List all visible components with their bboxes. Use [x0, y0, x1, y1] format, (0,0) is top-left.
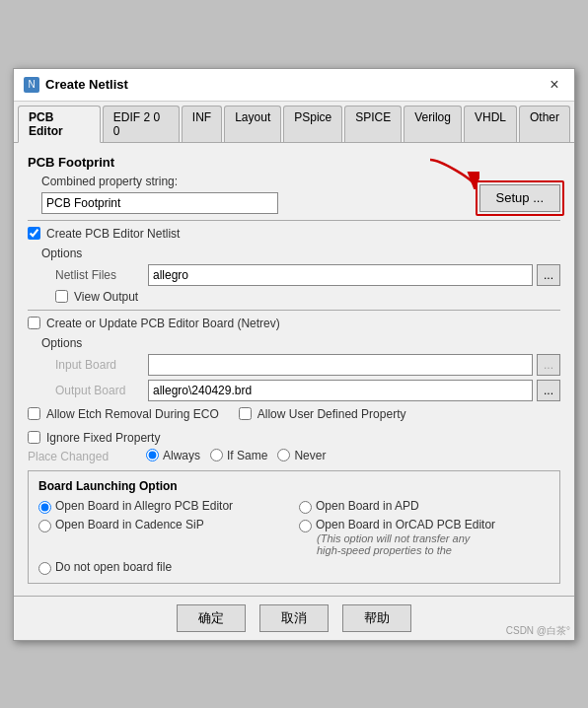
- combined-label: Combined property string:: [41, 175, 178, 188]
- create-netlist-checkbox[interactable]: [28, 227, 40, 240]
- tab-verilog[interactable]: Verilog: [404, 106, 462, 142]
- place-changed-never[interactable]: [277, 449, 290, 461]
- cancel-button[interactable]: 取消: [259, 604, 329, 632]
- tab-pcb-editor[interactable]: PCB Editor: [18, 106, 101, 143]
- board-launch-apd-label: Open Board in APD: [316, 499, 419, 513]
- place-changed-ifsame[interactable]: [210, 449, 223, 461]
- allow-etch-checkbox[interactable]: [28, 407, 40, 420]
- bottom-bar: 确定 取消 帮助: [14, 596, 574, 640]
- output-board-browse[interactable]: ...: [537, 380, 560, 401]
- board-launch-apd[interactable]: [299, 501, 312, 514]
- output-board-label: Output Board: [55, 384, 144, 397]
- orcad-note: (This option will not transfer anyhigh-s…: [299, 532, 550, 556]
- board-launch-orcad-label: Open Board in OrCAD PCB Editor: [316, 518, 495, 531]
- netlist-options: Options Netlist Files ... View Output: [28, 247, 560, 304]
- content-area: PCB Footprint Combined property string:: [14, 143, 574, 596]
- input-board-label: Input Board: [55, 358, 144, 372]
- tab-vhdl[interactable]: VHDL: [464, 106, 517, 142]
- board-launching-title: Board Launching Option: [38, 479, 550, 493]
- place-changed-always-label: Always: [163, 449, 200, 462]
- tab-pspice[interactable]: PSpice: [283, 106, 342, 142]
- board-launch-orcad[interactable]: [299, 520, 312, 532]
- dialog-title: Create Netlist: [45, 77, 128, 92]
- tab-bar: PCB Editor EDIF 2 0 0 INF Layout PSpice …: [14, 102, 574, 143]
- create-update-label: Create or Update PCB Editor Board (Netre…: [46, 317, 280, 330]
- place-changed-always[interactable]: [146, 449, 159, 461]
- tab-layout[interactable]: Layout: [224, 106, 281, 142]
- ignore-fixed-label: Ignore Fixed Property: [46, 431, 160, 445]
- netlist-files-browse[interactable]: ...: [537, 264, 560, 286]
- combined-property-input[interactable]: [41, 192, 278, 214]
- input-board-input[interactable]: [148, 354, 533, 376]
- options2-title: Options: [41, 336, 560, 350]
- tab-inf[interactable]: INF: [182, 106, 222, 142]
- view-output-label: View Output: [74, 290, 138, 304]
- title-bar: N Create Netlist ×: [14, 69, 574, 102]
- watermark: CSDN @白茶°: [506, 624, 570, 638]
- board-launch-allegro-label: Open Board in Allegro PCB Editor: [55, 499, 233, 513]
- arrow-indicator: [425, 155, 479, 189]
- pcb-footprint-title: PCB Footprint: [28, 155, 278, 170]
- board-launch-none[interactable]: [38, 562, 51, 575]
- board-launch-none-label: Do not open board file: [55, 560, 172, 574]
- output-board-input[interactable]: [148, 380, 533, 401]
- tab-other[interactable]: Other: [519, 106, 570, 142]
- setup-button[interactable]: Setup ...: [479, 184, 560, 212]
- board-launching-section: Board Launching Option Open Board in All…: [28, 470, 560, 584]
- board-launch-cadence-label: Open Board in Cadence SiP: [55, 518, 204, 531]
- options-title: Options: [41, 247, 560, 260]
- dialog-icon: N: [24, 77, 39, 93]
- view-output-checkbox[interactable]: [55, 290, 68, 303]
- tab-edif[interactable]: EDIF 2 0 0: [103, 106, 180, 142]
- close-button[interactable]: ×: [545, 75, 564, 95]
- input-board-browse[interactable]: ...: [537, 354, 560, 376]
- allow-user-label: Allow User Defined Property: [257, 407, 406, 421]
- board-launch-allegro[interactable]: [38, 501, 51, 514]
- dialog: N Create Netlist × PCB Editor EDIF 2 0 0…: [13, 68, 575, 641]
- netlist-files-label: Netlist Files: [55, 268, 144, 282]
- place-changed-ifsame-label: If Same: [227, 449, 267, 462]
- allow-etch-label: Allow Etch Removal During ECO: [46, 407, 219, 421]
- place-changed-label: Place Changed: [28, 450, 136, 463]
- board-launch-cadence[interactable]: [38, 520, 51, 532]
- netlist-files-input[interactable]: [148, 264, 533, 286]
- ignore-fixed-checkbox[interactable]: [28, 431, 40, 444]
- tab-spice[interactable]: SPICE: [344, 106, 402, 142]
- allow-user-checkbox[interactable]: [239, 407, 252, 420]
- create-netlist-label: Create PCB Editor Netlist: [46, 227, 180, 241]
- ok-button[interactable]: 确定: [177, 604, 246, 632]
- board-options: Options Input Board ... Output Board ...: [28, 336, 560, 401]
- create-update-checkbox[interactable]: [28, 317, 40, 329]
- help-button[interactable]: 帮助: [342, 604, 411, 632]
- place-changed-never-label: Never: [294, 449, 326, 462]
